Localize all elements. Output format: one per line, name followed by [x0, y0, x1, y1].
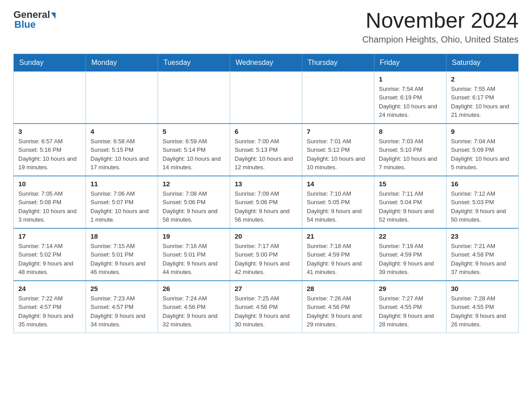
day-info: Sunrise: 7:26 AMSunset: 4:56 PMDaylight:… [307, 294, 369, 329]
day-number: 13 [235, 180, 297, 188]
calendar-week-row: 10Sunrise: 7:05 AMSunset: 5:08 PMDayligh… [14, 176, 519, 228]
day-number: 2 [451, 75, 514, 83]
day-info: Sunrise: 6:58 AMSunset: 5:15 PMDaylight:… [90, 137, 153, 172]
location-subtitle: Champion Heights, Ohio, United States [362, 34, 519, 45]
calendar-cell [230, 71, 302, 124]
day-info: Sunrise: 7:01 AMSunset: 5:12 PMDaylight:… [307, 137, 369, 172]
day-number: 8 [379, 128, 442, 135]
day-info: Sunrise: 7:18 AMSunset: 4:59 PMDaylight:… [307, 242, 369, 277]
calendar-table: SundayMondayTuesdayWednesdayThursdayFrid… [13, 54, 519, 333]
day-info: Sunrise: 7:03 AMSunset: 5:10 PMDaylight:… [379, 137, 442, 172]
calendar-header: SundayMondayTuesdayWednesdayThursdayFrid… [14, 54, 519, 71]
day-info: Sunrise: 7:14 AMSunset: 5:02 PMDaylight:… [18, 242, 81, 277]
calendar-cell: 14Sunrise: 7:10 AMSunset: 5:05 PMDayligh… [302, 176, 374, 228]
day-info: Sunrise: 6:59 AMSunset: 5:14 PMDaylight:… [163, 137, 225, 172]
calendar-cell: 1Sunrise: 7:54 AMSunset: 6:19 PMDaylight… [374, 71, 446, 124]
day-number: 7 [307, 128, 369, 135]
day-number: 23 [451, 232, 514, 240]
day-info: Sunrise: 7:00 AMSunset: 5:13 PMDaylight:… [235, 137, 297, 172]
day-number: 6 [235, 128, 297, 135]
calendar-cell: 25Sunrise: 7:23 AMSunset: 4:57 PMDayligh… [86, 281, 158, 333]
weekday-header-sunday: Sunday [14, 54, 86, 71]
day-number: 26 [163, 285, 225, 292]
page-header: General Blue November 2024 Champion Heig… [13, 9, 519, 45]
calendar-cell: 28Sunrise: 7:26 AMSunset: 4:56 PMDayligh… [302, 281, 374, 333]
calendar-cell: 22Sunrise: 7:19 AMSunset: 4:59 PMDayligh… [374, 228, 446, 281]
day-info: Sunrise: 7:05 AMSunset: 5:08 PMDaylight:… [18, 189, 81, 224]
day-number: 17 [18, 232, 81, 240]
day-number: 27 [235, 285, 297, 292]
day-info: Sunrise: 7:15 AMSunset: 5:01 PMDaylight:… [90, 242, 153, 277]
calendar-cell: 20Sunrise: 7:17 AMSunset: 5:00 PMDayligh… [230, 228, 302, 281]
calendar-cell: 24Sunrise: 7:22 AMSunset: 4:57 PMDayligh… [14, 281, 86, 333]
calendar-cell: 10Sunrise: 7:05 AMSunset: 5:08 PMDayligh… [14, 176, 86, 228]
weekday-header-thursday: Thursday [302, 54, 374, 71]
calendar-cell: 9Sunrise: 7:04 AMSunset: 5:09 PMDaylight… [446, 124, 519, 176]
calendar-cell: 4Sunrise: 6:58 AMSunset: 5:15 PMDaylight… [86, 124, 158, 176]
calendar-cell: 3Sunrise: 6:57 AMSunset: 5:16 PMDaylight… [14, 124, 86, 176]
day-number: 11 [90, 180, 153, 188]
day-number: 20 [235, 232, 297, 240]
calendar-week-row: 1Sunrise: 7:54 AMSunset: 6:19 PMDaylight… [14, 71, 519, 124]
calendar-cell: 26Sunrise: 7:24 AMSunset: 4:56 PMDayligh… [158, 281, 230, 333]
calendar-week-row: 3Sunrise: 6:57 AMSunset: 5:16 PMDaylight… [14, 124, 519, 176]
day-number: 3 [18, 128, 81, 135]
day-number: 16 [451, 180, 514, 188]
day-number: 15 [379, 180, 442, 188]
day-info: Sunrise: 7:22 AMSunset: 4:57 PMDaylight:… [18, 294, 81, 329]
calendar-cell: 2Sunrise: 7:55 AMSunset: 6:17 PMDaylight… [446, 71, 519, 124]
day-info: Sunrise: 7:12 AMSunset: 5:03 PMDaylight:… [451, 189, 514, 224]
calendar-cell: 21Sunrise: 7:18 AMSunset: 4:59 PMDayligh… [302, 228, 374, 281]
calendar-week-row: 24Sunrise: 7:22 AMSunset: 4:57 PMDayligh… [14, 281, 519, 333]
month-title: November 2024 [362, 9, 519, 33]
day-number: 12 [163, 180, 225, 188]
day-info: Sunrise: 7:28 AMSunset: 4:55 PMDaylight:… [451, 294, 514, 329]
calendar-cell: 6Sunrise: 7:00 AMSunset: 5:13 PMDaylight… [230, 124, 302, 176]
calendar-week-row: 17Sunrise: 7:14 AMSunset: 5:02 PMDayligh… [14, 228, 519, 281]
calendar-cell: 29Sunrise: 7:27 AMSunset: 4:55 PMDayligh… [374, 281, 446, 333]
logo-arrow-icon [51, 13, 56, 19]
calendar-cell: 16Sunrise: 7:12 AMSunset: 5:03 PMDayligh… [446, 176, 519, 228]
day-number: 28 [307, 285, 369, 292]
day-number: 25 [90, 285, 153, 292]
weekday-header-monday: Monday [86, 54, 158, 71]
day-info: Sunrise: 7:08 AMSunset: 5:06 PMDaylight:… [163, 189, 225, 224]
day-number: 30 [451, 285, 514, 292]
weekday-header-friday: Friday [374, 54, 446, 71]
day-info: Sunrise: 7:09 AMSunset: 5:06 PMDaylight:… [235, 189, 297, 224]
day-info: Sunrise: 7:21 AMSunset: 4:58 PMDaylight:… [451, 242, 514, 277]
day-info: Sunrise: 7:10 AMSunset: 5:05 PMDaylight:… [307, 189, 369, 224]
day-number: 18 [90, 232, 153, 240]
weekday-header-saturday: Saturday [446, 54, 519, 71]
day-info: Sunrise: 7:19 AMSunset: 4:59 PMDaylight:… [379, 242, 442, 277]
day-info: Sunrise: 6:57 AMSunset: 5:16 PMDaylight:… [18, 137, 81, 172]
calendar-cell: 13Sunrise: 7:09 AMSunset: 5:06 PMDayligh… [230, 176, 302, 228]
logo: General Blue [13, 9, 56, 30]
day-info: Sunrise: 7:06 AMSunset: 5:07 PMDaylight:… [90, 189, 153, 224]
calendar-cell [86, 71, 158, 124]
calendar-cell [302, 71, 374, 124]
calendar-cell: 7Sunrise: 7:01 AMSunset: 5:12 PMDaylight… [302, 124, 374, 176]
day-info: Sunrise: 7:54 AMSunset: 6:19 PMDaylight:… [379, 85, 442, 120]
calendar-cell: 30Sunrise: 7:28 AMSunset: 4:55 PMDayligh… [446, 281, 519, 333]
logo-blue-text: Blue [14, 19, 36, 30]
day-info: Sunrise: 7:27 AMSunset: 4:55 PMDaylight:… [379, 294, 442, 329]
day-number: 21 [307, 232, 369, 240]
day-number: 5 [163, 128, 225, 135]
calendar-cell: 11Sunrise: 7:06 AMSunset: 5:07 PMDayligh… [86, 176, 158, 228]
calendar-cell: 5Sunrise: 6:59 AMSunset: 5:14 PMDaylight… [158, 124, 230, 176]
day-number: 4 [90, 128, 153, 135]
day-number: 1 [379, 75, 442, 83]
calendar-cell: 18Sunrise: 7:15 AMSunset: 5:01 PMDayligh… [86, 228, 158, 281]
day-number: 10 [18, 180, 81, 188]
calendar-cell: 23Sunrise: 7:21 AMSunset: 4:58 PMDayligh… [446, 228, 519, 281]
day-number: 29 [379, 285, 442, 292]
calendar-cell: 12Sunrise: 7:08 AMSunset: 5:06 PMDayligh… [158, 176, 230, 228]
day-info: Sunrise: 7:55 AMSunset: 6:17 PMDaylight:… [451, 85, 514, 120]
day-info: Sunrise: 7:17 AMSunset: 5:00 PMDaylight:… [235, 242, 297, 277]
calendar-cell [14, 71, 86, 124]
calendar-cell [158, 71, 230, 124]
calendar-cell: 8Sunrise: 7:03 AMSunset: 5:10 PMDaylight… [374, 124, 446, 176]
day-info: Sunrise: 7:11 AMSunset: 5:04 PMDaylight:… [379, 189, 442, 224]
title-section: November 2024 Champion Heights, Ohio, Un… [362, 9, 519, 45]
